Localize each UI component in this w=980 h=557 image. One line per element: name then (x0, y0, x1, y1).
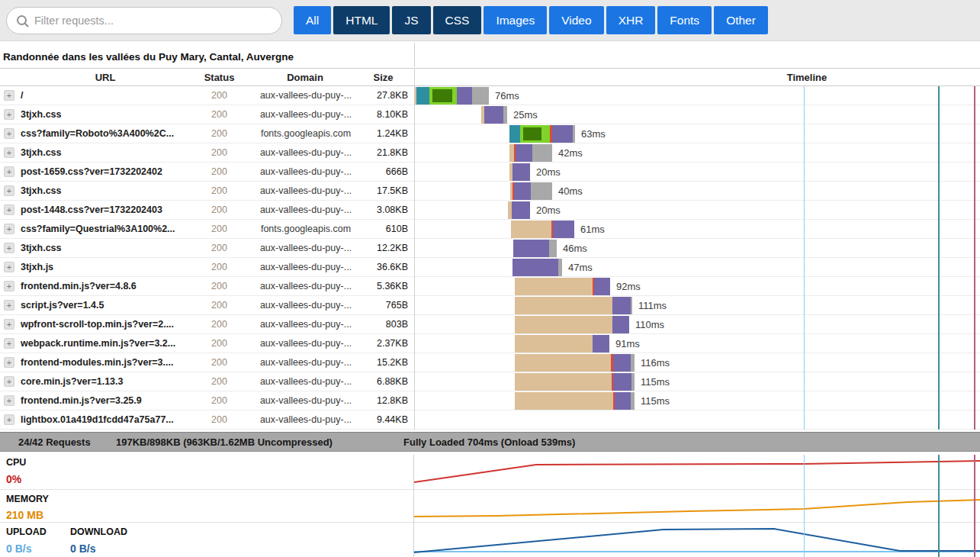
table-row[interactable]: +post-1659.css?ver=1732202402200aux-vall… (0, 163, 980, 182)
timeline-marker-line (974, 86, 975, 430)
waterfall-bar[interactable] (511, 221, 574, 238)
expand-icon[interactable]: + (4, 166, 14, 177)
waterfall-bar[interactable] (515, 297, 632, 314)
waterfall-bar[interactable] (515, 335, 609, 353)
waterfall-bar[interactable] (509, 125, 575, 143)
bar-duration-label: 42ms (558, 143, 583, 162)
table-row[interactable]: +post-1448.css?ver=1732202403200aux-vall… (0, 201, 980, 220)
waterfall-bar[interactable] (515, 373, 635, 391)
waterfall-bar[interactable] (509, 144, 552, 162)
table-row[interactable]: +3tjxh.css200aux-vallees-du-puy-...12.2K… (0, 239, 980, 258)
table-row[interactable]: +frontend-modules.min.js?ver=3....200aux… (0, 353, 980, 372)
expand-icon[interactable]: + (4, 319, 14, 330)
table-row[interactable]: +3tjxh.css200aux-vallees-du-puy-...17.5K… (0, 182, 980, 201)
status-cell: 200 (191, 124, 248, 143)
waterfall-segment-ssl (432, 89, 452, 102)
waterfall-bar[interactable] (509, 163, 530, 181)
waterfall-bar[interactable] (515, 392, 635, 410)
bar-duration-label: 111ms (638, 296, 667, 314)
filter-button-images[interactable]: Images (484, 6, 547, 34)
waterfall-bar[interactable] (515, 354, 635, 372)
monitor-graphs (414, 455, 980, 557)
table-row[interactable]: +3tjxh.js200aux-vallees-du-puy-...36.6KB… (0, 258, 980, 277)
domain-cell: aux-vallees-du-puy-... (250, 258, 361, 276)
filter-button-all[interactable]: All (294, 6, 331, 34)
filter-button-html[interactable]: HTML (333, 6, 390, 34)
waterfall-bar[interactable] (510, 182, 552, 200)
waterfall-bar[interactable] (508, 201, 530, 219)
table-row[interactable]: +frontend.min.js?ver=4.8.6200aux-vallees… (0, 277, 980, 296)
expand-icon[interactable]: + (4, 414, 14, 425)
expand-icon[interactable]: + (4, 204, 14, 215)
column-header-size[interactable]: Size (358, 72, 408, 83)
url-cell: frontend-modules.min.js?ver=3.... (21, 353, 190, 372)
expand-icon[interactable]: + (4, 243, 14, 253)
url-cell: post-1448.css?ver=1732202403 (21, 201, 190, 219)
filter-button-js[interactable]: JS (392, 6, 430, 34)
size-cell: 9.44KB (352, 411, 408, 429)
expand-icon[interactable]: + (4, 262, 14, 272)
table-row[interactable]: +css?family=Questrial%3A100%2...200fonts… (0, 220, 980, 239)
waterfall-segment-ssl (523, 127, 541, 140)
column-header-url[interactable]: URL (20, 72, 191, 83)
timeline-marker-line (974, 455, 975, 557)
waterfall-segment-connect (429, 87, 457, 105)
table-row[interactable]: +/200aux-vallees-du-puy-...27.8KB76ms (0, 86, 980, 105)
bar-duration-label: 46ms (563, 239, 587, 257)
waterfall-segment-waiting (553, 221, 574, 238)
waterfall-segment-receiving (631, 354, 635, 372)
table-row[interactable]: +core.min.js?ver=1.13.3200aux-vallees-du… (0, 372, 980, 391)
filter-button-other[interactable]: Other (714, 6, 768, 34)
expand-icon[interactable]: + (4, 281, 14, 291)
expand-icon[interactable]: + (4, 300, 14, 311)
expand-icon[interactable]: + (4, 90, 14, 101)
expand-icon[interactable]: + (4, 357, 14, 368)
waterfall-bar[interactable] (513, 240, 557, 257)
status-cell: 200 (191, 391, 248, 410)
waterfall-bar[interactable] (515, 278, 610, 295)
waterfall-segment-waiting (516, 144, 532, 162)
table-row[interactable]: +css?family=Roboto%3A400%2C...200fonts.g… (0, 124, 980, 143)
status-cell: 200 (191, 163, 248, 181)
bar-duration-label: 47ms (568, 258, 593, 276)
search-icon (16, 14, 30, 28)
size-cell: 5.36KB (352, 277, 408, 295)
table-row[interactable]: +webpack.runtime.min.js?ver=3.2...200aux… (0, 334, 980, 353)
expand-icon[interactable]: + (4, 128, 14, 139)
table-row[interactable]: +3tjxh.css200aux-vallees-du-puy-...8.10K… (0, 105, 980, 124)
column-header-status[interactable]: Status (191, 72, 248, 83)
url-cell: 3tjxh.css (21, 143, 190, 162)
table-row[interactable]: +lightbox.01a419d1fcdd47a75a77...200aux-… (0, 411, 980, 430)
table-row[interactable]: +frontend.min.js?ver=3.25.9200aux-vallee… (0, 391, 980, 411)
expand-icon[interactable]: + (4, 109, 14, 120)
filter-button-xhr[interactable]: XHR (606, 6, 656, 34)
expand-icon[interactable]: + (4, 395, 14, 406)
timeline-column-tick (414, 43, 415, 67)
waterfall-segment-blocking (515, 373, 612, 391)
waterfall-segment-blocking (515, 392, 613, 410)
column-header-domain[interactable]: Domain (248, 72, 362, 83)
expand-icon[interactable]: + (4, 224, 14, 234)
expand-icon[interactable]: + (4, 338, 14, 349)
table-row[interactable]: +3tjxh.css200aux-vallees-du-puy-...21.8K… (0, 143, 980, 163)
size-cell: 27.8KB (352, 86, 408, 105)
waterfall-bar[interactable] (414, 87, 489, 105)
filter-requests-input[interactable] (34, 8, 275, 33)
filter-button-fonts[interactable]: Fonts (657, 6, 712, 34)
table-row[interactable]: +script.js?ver=1.4.5200aux-vallees-du-pu… (0, 296, 980, 315)
waterfall-segment-waiting (593, 335, 609, 353)
waterfall-bar[interactable] (512, 259, 562, 276)
summary-size-totals: 197KB/898KB (963KB/1.62MB Uncompressed) (116, 436, 333, 448)
waterfall-bar[interactable] (481, 106, 507, 124)
timeline-cell: 25ms (414, 105, 980, 124)
bar-duration-label: 116ms (641, 353, 670, 372)
expand-icon[interactable]: + (4, 185, 14, 196)
filter-button-css[interactable]: CSS (433, 6, 482, 34)
filter-button-video[interactable]: Video (549, 6, 603, 34)
waterfall-bar[interactable] (515, 316, 629, 333)
waterfall-segment-receiving (558, 259, 562, 276)
expand-icon[interactable]: + (4, 147, 14, 158)
waterfall-segment-waiting (612, 316, 629, 333)
table-row[interactable]: +wpfront-scroll-top.min.js?ver=2....200a… (0, 315, 980, 334)
expand-icon[interactable]: + (4, 376, 14, 387)
